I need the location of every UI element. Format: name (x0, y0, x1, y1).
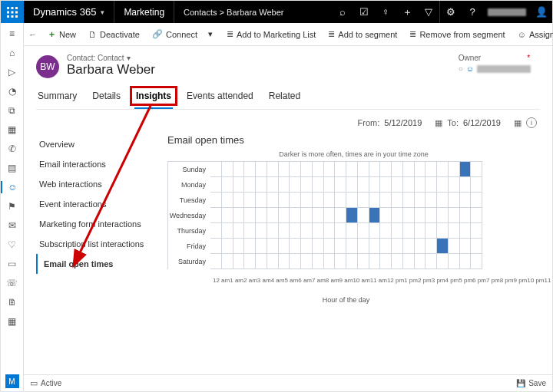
building-icon[interactable]: ▤ (6, 162, 18, 174)
area-switcher[interactable]: M (5, 374, 19, 388)
sidemenu-item[interactable]: Subscription list interactions (36, 234, 155, 254)
heatmap-cell (210, 208, 222, 223)
user-avatar-icon[interactable]: 👤 (531, 1, 552, 23)
heatmap-cell (471, 162, 482, 177)
connect-button[interactable]: 🔗Connect (147, 23, 202, 45)
save-icon: 💾 (516, 379, 525, 387)
play-icon[interactable]: ▷ (6, 66, 18, 78)
heatmap-cell (380, 223, 392, 239)
deactivate-button[interactable]: 🗋Deactivate (84, 23, 144, 45)
heatmap-cell (210, 254, 222, 269)
heatmap-cell (210, 223, 222, 239)
sidemenu-item[interactable]: Email interactions (36, 154, 155, 174)
tab-summary[interactable]: Summary (36, 91, 78, 109)
menu-icon[interactable]: ≡ (6, 28, 18, 40)
from-value[interactable]: 5/12/2019 (384, 118, 430, 127)
annotation-highlight (130, 86, 177, 106)
doc-icon[interactable]: 🗎 (6, 296, 18, 308)
heatmap-cell (460, 177, 472, 193)
heart-icon[interactable]: ♡ (6, 239, 18, 251)
add-to-list-button[interactable]: ≣Add to Marketing List (222, 23, 320, 45)
help-icon[interactable]: ? (462, 1, 483, 23)
heatmap-cell (471, 254, 482, 269)
new-button[interactable]: ＋New (43, 23, 81, 45)
home-icon[interactable]: ⌂ (6, 47, 18, 59)
card-icon[interactable]: ▭ (6, 258, 18, 270)
heatmap-cell (392, 177, 403, 193)
search-icon[interactable]: ⌕ (332, 1, 353, 23)
required-indicator: * (527, 54, 530, 62)
filter-icon[interactable]: ▽ (418, 1, 439, 23)
heatmap-cell (233, 223, 245, 239)
heatmap-cell (335, 162, 346, 177)
heatmap-cell (290, 208, 301, 223)
breadcrumb[interactable]: Contacts > Barbara Weber (174, 1, 293, 23)
sidemenu-item[interactable]: Event interactions (36, 194, 155, 214)
mic-icon[interactable]: ☏ (6, 277, 18, 289)
heatmap-cell (415, 162, 426, 177)
sidemenu-item[interactable]: Marketing form interactions (36, 214, 155, 234)
info-icon[interactable]: i (526, 117, 537, 128)
app-name[interactable]: Dynamics 365 ▾ (24, 1, 114, 23)
heatmap-day-label: Sunday (168, 162, 210, 177)
entity-label[interactable]: Contact: Contact ▾ (67, 54, 155, 62)
recent-icon[interactable]: ◔ (6, 85, 18, 97)
heatmap-cell (279, 177, 290, 193)
breadcrumb-root: Contacts (184, 8, 217, 17)
sidemenu-item[interactable]: Overview (36, 134, 155, 154)
copy-icon[interactable]: ⧉ (6, 104, 18, 117)
connect-chevron[interactable]: ▾ (205, 23, 216, 45)
calendar-icon[interactable]: ▦ (514, 118, 522, 128)
save-button[interactable]: 💾Save (516, 379, 546, 387)
contacts-icon[interactable]: ☺ (1, 181, 23, 193)
heatmap-cell (335, 239, 346, 254)
heatmap-cell (403, 177, 415, 193)
app-launcher-icon[interactable] (1, 1, 24, 23)
heatmap-cell (222, 177, 233, 193)
heatmap-cell (346, 177, 358, 193)
to-value[interactable]: 6/12/2019 (463, 118, 509, 127)
grid-icon[interactable]: ▦ (6, 315, 18, 328)
sidemenu-item[interactable]: Email open times (36, 254, 155, 274)
owner-field[interactable]: Owner* ○☺ (459, 54, 540, 73)
heatmap-cell (358, 208, 369, 223)
flag-icon[interactable]: ⚑ (6, 200, 18, 212)
heatmap-cell (449, 223, 460, 239)
heatmap-cell (290, 223, 301, 239)
back-button[interactable]: ← (28, 30, 37, 39)
status-text: Active (41, 379, 61, 387)
tab-details[interactable]: Details (91, 91, 122, 109)
heatmap-cell (426, 162, 437, 177)
cmd-connect-label: Connect (166, 30, 197, 39)
cmd-new-label: New (59, 30, 76, 39)
phone-icon[interactable]: ✆ (6, 143, 18, 155)
heatmap-cell (358, 239, 369, 254)
heatmap-cell (233, 254, 245, 269)
assign-button[interactable]: ☺Assign (513, 23, 553, 45)
heatmap-day-label: Monday (168, 177, 210, 193)
heatmap-cell (267, 254, 279, 269)
calendar-icon[interactable]: ▦ (6, 124, 18, 136)
sidemenu-item[interactable]: Web interactions (36, 174, 155, 194)
calendar-icon[interactable]: ▦ (435, 118, 442, 128)
heatmap-cell (244, 193, 256, 208)
heatmap-cell (346, 223, 358, 239)
heatmap-cell (313, 193, 324, 208)
heatmap-cell (256, 177, 267, 193)
heatmap-hour-label: 5 am (281, 271, 295, 278)
heatmap-hour-label: 10 am (349, 271, 366, 278)
settings-icon[interactable]: ⚙ (440, 1, 462, 23)
avatar-initials: BW (40, 61, 55, 72)
remove-from-segment-button[interactable]: ≣Remove from segment (405, 23, 509, 45)
tab-events[interactable]: Events attended (185, 91, 255, 109)
mail-icon[interactable]: ✉ (6, 219, 18, 232)
assistant-icon[interactable]: ♀ (375, 1, 396, 23)
task-icon[interactable]: ☑ (353, 1, 375, 23)
add-to-segment-button[interactable]: ≣Add to segment (323, 23, 402, 45)
heatmap-cell (392, 223, 403, 239)
heatmap-cell (415, 223, 426, 239)
tab-related[interactable]: Related (267, 91, 302, 109)
module-name[interactable]: Marketing (114, 1, 174, 23)
heatmap-cell (267, 239, 279, 254)
add-icon[interactable]: ＋ (396, 1, 418, 23)
